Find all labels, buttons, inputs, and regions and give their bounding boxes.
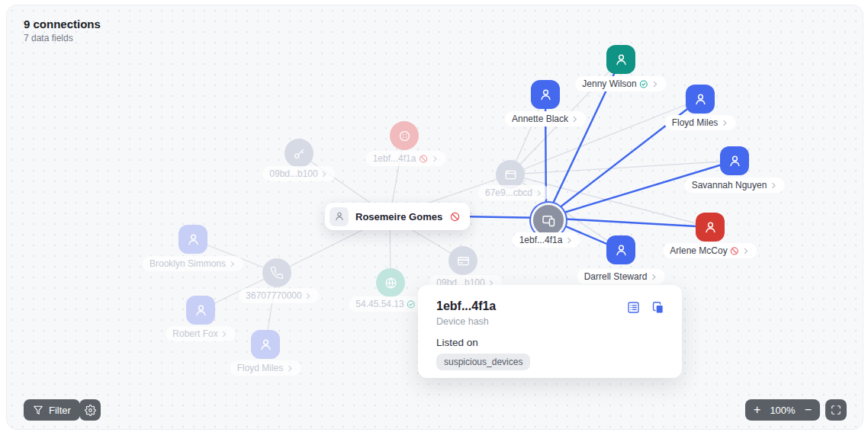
chevron-right-icon bbox=[304, 292, 313, 300]
label-ip-address[interactable]: 54.45.54.13 bbox=[349, 296, 423, 312]
chevron-right-icon bbox=[571, 115, 579, 123]
node-person-annette[interactable] bbox=[531, 80, 560, 109]
label-floyd-right[interactable]: Floyd Miles bbox=[665, 115, 736, 130]
label-key-hash[interactable]: 09bd...b100 bbox=[262, 166, 335, 181]
chevron-right-icon bbox=[535, 189, 543, 197]
chevron-right-icon bbox=[742, 247, 751, 255]
chevron-right-icon bbox=[720, 119, 728, 127]
label-darrell[interactable]: Darrell Steward bbox=[577, 269, 665, 284]
chevron-right-icon bbox=[430, 155, 439, 163]
zoom-in-button[interactable]: + bbox=[754, 403, 760, 417]
connections-count: 9 connections bbox=[24, 18, 101, 30]
person-name: Rosemeire Gomes bbox=[355, 211, 442, 222]
chevron-right-icon bbox=[564, 236, 573, 245]
canvas-header: 9 connections 7 data fields bbox=[24, 18, 101, 43]
copy-icon[interactable] bbox=[651, 300, 665, 315]
label-jenny[interactable]: Jenny Wilson bbox=[575, 76, 666, 91]
node-person-floyd-left[interactable] bbox=[251, 330, 280, 359]
list-tag: suspicious_devices bbox=[436, 354, 530, 370]
graph-canvas[interactable]: 9 connections 7 data fields bbox=[6, 5, 863, 430]
chevron-right-icon bbox=[228, 260, 236, 268]
settings-button[interactable] bbox=[79, 399, 101, 421]
label-arlene[interactable]: Arlene McCoy bbox=[663, 243, 757, 258]
data-fields-count: 7 data fields bbox=[24, 33, 101, 43]
chevron-right-icon bbox=[769, 181, 777, 190]
node-cookie-hash[interactable] bbox=[390, 121, 419, 150]
gear-icon bbox=[85, 405, 96, 416]
label-annette[interactable]: Annette Black bbox=[505, 111, 586, 126]
node-detail-tooltip: 1ebf...4f1a Device hash Listed on suspic… bbox=[418, 285, 682, 378]
label-browser-hash[interactable]: 67e9...cbcd bbox=[478, 185, 550, 200]
view-details-icon[interactable] bbox=[626, 300, 641, 315]
chevron-right-icon bbox=[649, 273, 657, 281]
fullscreen-icon bbox=[831, 405, 841, 415]
blocked-icon bbox=[418, 154, 428, 164]
label-floyd-left[interactable]: Floyd Miles bbox=[230, 360, 301, 376]
node-person-jenny[interactable] bbox=[606, 45, 635, 74]
label-phone-number[interactable]: 36707770000 bbox=[239, 288, 319, 303]
zoom-out-button[interactable]: − bbox=[805, 403, 812, 417]
listed-on-label: Listed on bbox=[436, 337, 664, 348]
node-person-arlene[interactable] bbox=[696, 213, 725, 242]
label-robert[interactable]: Robert Fox bbox=[166, 326, 235, 341]
node-phone-number[interactable] bbox=[262, 258, 291, 287]
filter-button[interactable]: Filter bbox=[24, 399, 80, 421]
zoom-control: + 100% − bbox=[745, 399, 820, 421]
person-hover-card[interactable]: Rosemeire Gomes bbox=[325, 203, 470, 230]
zoom-level: 100% bbox=[770, 405, 795, 416]
chevron-right-icon bbox=[651, 80, 660, 88]
blocked-icon bbox=[449, 211, 461, 222]
node-person-darrell[interactable] bbox=[606, 235, 635, 264]
chevron-right-icon bbox=[285, 364, 294, 373]
chevron-right-icon bbox=[320, 170, 329, 178]
label-device-hash[interactable]: 1ebf...4f1a bbox=[513, 232, 580, 248]
node-person-robert[interactable] bbox=[186, 296, 215, 325]
node-person-floyd-right[interactable] bbox=[686, 85, 715, 114]
node-key-hash[interactable] bbox=[285, 139, 313, 168]
chevron-right-icon bbox=[220, 330, 229, 338]
label-brooklyn[interactable]: Brooklyn Simmons bbox=[143, 256, 243, 271]
person-icon bbox=[330, 207, 349, 226]
verified-check-icon bbox=[407, 299, 416, 309]
node-card-hash[interactable] bbox=[448, 246, 477, 275]
label-cookie-hash[interactable]: 1ebf...4f1a bbox=[366, 151, 446, 166]
tooltip-subtitle: Device hash bbox=[436, 316, 664, 327]
node-person-brooklyn[interactable] bbox=[178, 225, 207, 254]
blocked-icon bbox=[730, 246, 740, 256]
funnel-icon bbox=[33, 405, 43, 415]
verified-check-icon bbox=[639, 79, 649, 89]
label-savannah[interactable]: Savannah Nguyen bbox=[685, 178, 785, 193]
node-person-savannah[interactable] bbox=[720, 146, 749, 175]
fullscreen-button[interactable] bbox=[825, 399, 847, 421]
node-ip-address[interactable] bbox=[376, 268, 405, 297]
